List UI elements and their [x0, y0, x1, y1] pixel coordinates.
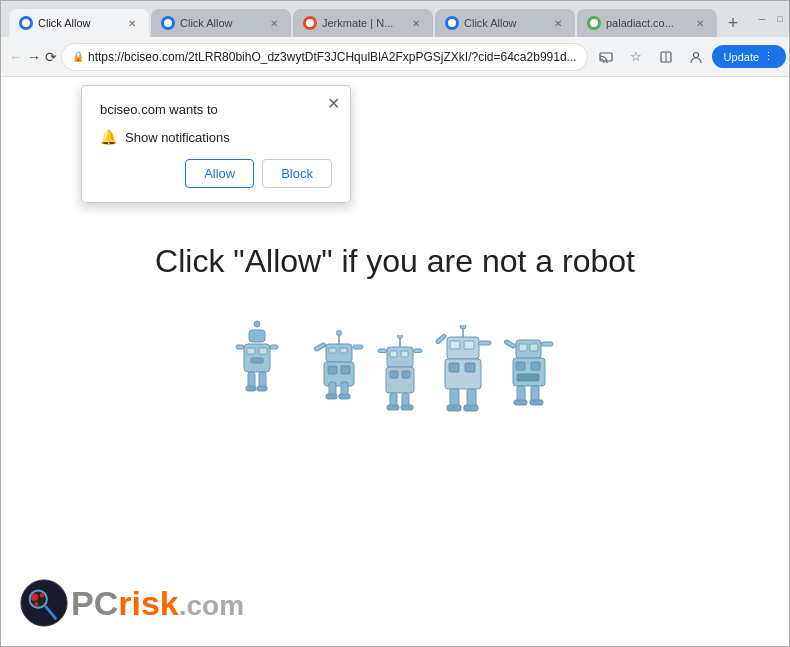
svg-rect-55: [479, 341, 491, 345]
svg-rect-71: [517, 374, 539, 381]
svg-rect-40: [378, 349, 387, 353]
svg-rect-12: [247, 348, 255, 354]
popup-title: bciseo.com wants to: [100, 102, 332, 117]
minimize-button[interactable]: ─: [755, 12, 769, 26]
svg-rect-25: [340, 348, 347, 353]
maximize-button[interactable]: □: [773, 12, 787, 26]
bell-icon: 🔔: [100, 129, 117, 145]
tab-5-close[interactable]: ✕: [693, 16, 707, 30]
tab-4-close[interactable]: ✕: [551, 16, 565, 30]
tab-5[interactable]: paladiact.co... ✕: [577, 9, 717, 37]
svg-rect-48: [401, 405, 413, 410]
svg-point-36: [398, 335, 403, 339]
allow-button[interactable]: Allow: [185, 159, 254, 188]
svg-rect-26: [314, 342, 326, 351]
svg-point-8: [693, 52, 698, 57]
lock-icon: 🔒: [72, 51, 84, 62]
tab-1-title: Click Allow: [38, 17, 125, 29]
profile-button[interactable]: [682, 43, 710, 71]
tab-4[interactable]: Click Allow ✕: [435, 9, 575, 37]
svg-rect-41: [413, 349, 422, 353]
tab-1-close[interactable]: ✕: [125, 16, 139, 30]
svg-point-2: [306, 19, 314, 27]
browser-frame: Click Allow ✕ Click Allow ✕ Jerkmate | N…: [0, 0, 790, 647]
svg-rect-27: [353, 345, 363, 349]
svg-rect-59: [450, 389, 459, 407]
tab-2-favicon: [161, 16, 175, 30]
svg-rect-67: [541, 342, 553, 346]
tab-strip: Click Allow ✕ Click Allow ✕ Jerkmate | N…: [9, 1, 747, 37]
navigation-bar: ← → ⟳ 🔒 https://bciseo.com/2tLRR80bihO_d…: [1, 37, 789, 77]
tab-2[interactable]: Click Allow ✕: [151, 9, 291, 37]
robot-4: [433, 325, 493, 420]
svg-point-1: [164, 19, 172, 27]
svg-point-3: [448, 19, 456, 27]
robot-2: [312, 330, 367, 420]
refresh-button[interactable]: ⟳: [45, 43, 57, 71]
svg-rect-57: [449, 363, 459, 372]
nav-actions: ☆ Update ⋮: [592, 43, 786, 71]
bookmark-button[interactable]: ☆: [622, 43, 650, 71]
svg-rect-74: [514, 400, 527, 405]
svg-rect-53: [464, 341, 474, 349]
tab-5-title: paladiact.co...: [606, 17, 693, 29]
svg-rect-64: [519, 344, 527, 351]
svg-rect-30: [341, 366, 350, 374]
address-bar[interactable]: 🔒 https://bciseo.com/2tLRR80bihO_dz3wytD…: [61, 43, 588, 71]
robots-illustration: [234, 320, 556, 420]
update-label: Update: [724, 51, 759, 63]
svg-rect-69: [516, 362, 525, 370]
notification-popup: ✕ bciseo.com wants to 🔔 Show notificatio…: [81, 85, 351, 203]
svg-point-0: [22, 19, 30, 27]
svg-rect-24: [329, 348, 336, 353]
svg-rect-38: [390, 351, 397, 357]
svg-rect-60: [467, 389, 476, 407]
svg-rect-9: [249, 330, 265, 342]
update-menu-icon: ⋮: [763, 50, 774, 63]
extensions-button[interactable]: [652, 43, 680, 71]
svg-rect-61: [447, 405, 461, 411]
tab-2-title: Click Allow: [180, 17, 267, 29]
svg-point-50: [460, 325, 466, 329]
pcrisk-logo: PCrisk.com: [19, 578, 244, 628]
main-heading: Click "Allow" if you are not a robot: [155, 243, 635, 280]
window-controls: ─ □ ✕: [755, 12, 790, 26]
svg-point-4: [590, 19, 598, 27]
tab-2-close[interactable]: ✕: [267, 16, 281, 30]
tab-3[interactable]: Jerkmate | N... ✕: [293, 9, 433, 37]
svg-rect-52: [450, 341, 460, 349]
pcrisk-com: .com: [179, 590, 244, 621]
svg-rect-20: [257, 386, 267, 391]
svg-rect-15: [236, 345, 244, 349]
svg-rect-43: [390, 371, 398, 378]
tab-1-favicon: [19, 16, 33, 30]
pcrisk-risk: risk: [118, 584, 179, 622]
update-button[interactable]: Update ⋮: [712, 45, 786, 68]
svg-rect-58: [465, 363, 475, 372]
svg-rect-19: [246, 386, 256, 391]
svg-rect-54: [435, 334, 447, 345]
svg-rect-66: [504, 339, 516, 348]
svg-rect-65: [530, 344, 538, 351]
forward-button[interactable]: →: [27, 43, 41, 71]
popup-buttons: Allow Block: [100, 159, 332, 188]
new-tab-button[interactable]: +: [719, 9, 747, 37]
svg-rect-47: [387, 405, 399, 410]
address-text: https://bciseo.com/2tLRR80bihO_dz3wytDtF…: [88, 50, 577, 64]
svg-rect-44: [402, 371, 410, 378]
robot-3: [375, 335, 425, 420]
back-button[interactable]: ←: [9, 43, 23, 71]
svg-rect-39: [401, 351, 408, 357]
svg-rect-62: [464, 405, 478, 411]
block-button[interactable]: Block: [262, 159, 332, 188]
popup-close-button[interactable]: ✕: [327, 94, 340, 113]
svg-rect-14: [251, 358, 263, 363]
tab-3-close[interactable]: ✕: [409, 16, 423, 30]
svg-rect-13: [259, 348, 267, 354]
cast-button[interactable]: [592, 43, 620, 71]
robot-1: [234, 320, 304, 420]
pcrisk-text: PCrisk.com: [71, 584, 244, 623]
tab-1[interactable]: Click Allow ✕: [9, 9, 149, 37]
page-content: ✕ bciseo.com wants to 🔔 Show notificatio…: [1, 77, 789, 646]
svg-rect-16: [270, 345, 278, 349]
